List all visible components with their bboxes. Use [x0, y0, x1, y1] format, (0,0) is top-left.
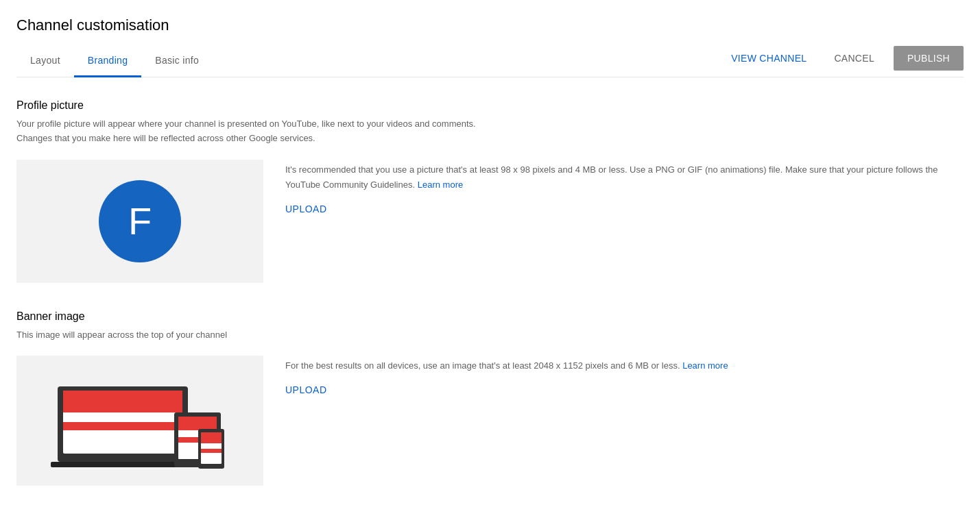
banner-image-upload-button[interactable]: UPLOAD — [285, 384, 327, 395]
banner-image-title: Banner image — [16, 310, 964, 323]
svg-rect-2 — [63, 391, 182, 412]
avatar-letter: F — [128, 199, 152, 243]
avatar: F — [99, 180, 181, 262]
banner-image-preview — [16, 356, 263, 486]
tab-layout[interactable]: Layout — [16, 45, 74, 77]
publish-button[interactable]: PUBLISH — [894, 46, 964, 71]
page-title: Channel customisation — [16, 16, 964, 34]
profile-picture-learn-more-link[interactable]: Learn more — [418, 180, 463, 190]
tabs-nav: Layout Branding Basic info — [16, 45, 213, 77]
svg-rect-5 — [51, 462, 195, 467]
profile-picture-upload-button[interactable]: UPLOAD — [285, 203, 327, 214]
cancel-button[interactable]: CANCEL — [826, 47, 883, 69]
banner-image-learn-more-link[interactable]: Learn more — [682, 360, 728, 371]
profile-picture-info: It's recommended that you use a picture … — [285, 160, 964, 214]
tab-branding[interactable]: Branding — [74, 45, 141, 77]
svg-rect-15 — [201, 449, 222, 453]
svg-rect-8 — [178, 417, 217, 430]
tab-basic-info[interactable]: Basic info — [141, 45, 213, 77]
banner-image-section: Banner image This image will appear acro… — [16, 310, 964, 486]
svg-rect-3 — [63, 412, 182, 422]
svg-rect-13 — [201, 432, 222, 443]
banner-image-info: For the best results on all devices, use… — [285, 356, 964, 395]
profile-picture-recommendation: It's recommended that you use a picture … — [285, 162, 964, 193]
profile-picture-title: Profile picture — [16, 99, 964, 112]
svg-rect-14 — [201, 443, 222, 449]
profile-picture-description: Your profile picture will appear where y… — [16, 117, 497, 146]
svg-rect-4 — [63, 422, 182, 430]
view-channel-button[interactable]: VIEW CHANNEL — [723, 47, 815, 69]
banner-image-recommendation: For the best results on all devices, use… — [285, 358, 964, 373]
profile-picture-section: Profile picture Your profile picture wil… — [16, 99, 964, 283]
header-actions: VIEW CHANNEL CANCEL PUBLISH — [723, 46, 964, 76]
profile-picture-preview: F — [16, 160, 263, 283]
banner-image-description: This image will appear across the top of… — [16, 328, 497, 343]
banner-illustration-icon — [44, 366, 236, 476]
